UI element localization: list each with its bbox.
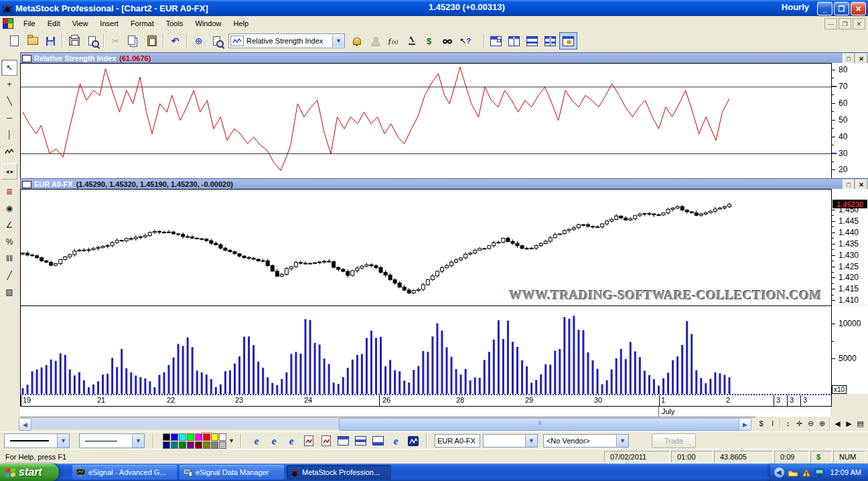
menu-tools[interactable]: Tools <box>160 17 190 29</box>
tool-fibonacci-lines[interactable]: ≣ <box>1 184 17 200</box>
scrollbar-right-arrow[interactable]: ▶ <box>739 418 751 431</box>
zoom-page-button[interactable] <box>208 32 226 50</box>
tool-trendline-up[interactable]: ╱ <box>1 267 17 283</box>
child-close-button[interactable]: ✕ <box>853 18 865 29</box>
downloader-2-button[interactable]: e <box>265 433 283 449</box>
taskbar-task-esignal[interactable]: eSignal - Advanced G... <box>72 465 177 480</box>
new-button[interactable] <box>5 32 23 50</box>
cascade-button[interactable] <box>487 32 505 50</box>
tile-horizontal-button[interactable] <box>523 32 541 50</box>
price-plot[interactable]: WWW.TRADING-SOFTWARE-COLLECTION.COM <box>20 189 832 306</box>
tray-alert-icon[interactable] <box>802 468 811 477</box>
chart-page-2-button[interactable] <box>317 433 335 449</box>
trade-button[interactable]: Trade <box>652 433 696 448</box>
menu-insert[interactable]: Insert <box>94 17 125 29</box>
chevron-down-icon[interactable]: ▼ <box>616 435 628 447</box>
layout-mid-button[interactable] <box>352 433 370 449</box>
panel-close-button[interactable]: ✕ <box>855 180 867 190</box>
tool-vertical-grid[interactable]: ‖‖ <box>1 251 17 267</box>
scroll-right-icon[interactable]: ▶ <box>843 418 855 429</box>
horizontal-scrollbar[interactable]: ◀ ▶ <box>19 418 751 429</box>
color-swatch[interactable] <box>211 433 218 441</box>
menu-format[interactable]: Format <box>125 17 160 29</box>
expand-vertical-icon[interactable]: ↕ <box>782 418 794 429</box>
save-button[interactable] <box>42 32 60 50</box>
explorer-button[interactable] <box>438 32 456 50</box>
tool-zigzag[interactable] <box>1 143 17 159</box>
start-button[interactable]: start <box>0 464 59 481</box>
color-swatch[interactable] <box>187 433 194 441</box>
alert-button[interactable] <box>348 32 366 50</box>
chevron-down-icon[interactable]: ▼ <box>525 435 537 447</box>
color-swatch[interactable] <box>203 441 210 449</box>
indicator-builder-button[interactable]: ƒ(x) <box>384 32 402 50</box>
tile-vertical-button[interactable] <box>505 32 523 50</box>
scroll-left-icon[interactable]: ◀ <box>832 418 843 429</box>
menu-view[interactable]: View <box>66 17 94 29</box>
layout-bottom-button[interactable] <box>370 433 387 449</box>
context-help-button[interactable]: ↖? <box>456 32 474 50</box>
color-swatch[interactable] <box>179 433 186 441</box>
tool-scroll-chart[interactable]: ◄► <box>1 163 17 180</box>
tool-hatch[interactable]: ▨ <box>1 284 17 300</box>
tool-gann-fan[interactable]: ∠ <box>1 217 17 233</box>
system-tester-button[interactable] <box>402 32 420 50</box>
tool-percent-lines[interactable]: % <box>1 234 17 250</box>
color-swatch[interactable] <box>179 441 186 449</box>
metastock-chart-button[interactable] <box>405 433 422 449</box>
restore-button[interactable]: ❐ <box>834 2 849 15</box>
downloader-3-button[interactable]: e <box>283 433 300 449</box>
taskbar-task-metastock[interactable]: MetaStock Profession... <box>287 465 391 480</box>
rsi-plot[interactable] <box>20 63 832 179</box>
scrollbar-thumb[interactable] <box>339 418 741 431</box>
tool-trendline-down[interactable]: ╲ <box>1 93 17 109</box>
color-swatch[interactable] <box>163 433 170 441</box>
tray-folder-icon[interactable] <box>788 468 798 477</box>
tool-crosshair[interactable]: + <box>1 76 17 92</box>
downloader-1-button[interactable]: e <box>248 433 265 449</box>
line-style-combo[interactable]: ▼ <box>4 433 70 448</box>
child-minimize-button[interactable]: — <box>824 18 837 29</box>
color-swatch[interactable] <box>171 441 178 449</box>
color-swatch[interactable] <box>187 441 194 449</box>
text-cursor-icon[interactable]: I <box>767 418 778 429</box>
tray-network-icon[interactable] <box>814 468 824 477</box>
color-swatch[interactable] <box>195 441 202 449</box>
color-swatch[interactable] <box>203 433 210 441</box>
chevron-down-icon[interactable]: ▼ <box>132 434 144 448</box>
zoom-out-icon[interactable]: ⊖ <box>805 418 816 429</box>
menu-help[interactable]: Help <box>228 17 255 29</box>
move-icon[interactable]: ✛ <box>794 418 805 429</box>
tool-vertical-line[interactable]: │ <box>1 127 17 143</box>
color-swatch[interactable] <box>211 441 218 449</box>
tray-chevron-icon[interactable]: ◀ <box>774 468 784 478</box>
menu-edit[interactable]: Edit <box>42 17 66 29</box>
line-weight-combo[interactable]: ▼ <box>79 433 145 448</box>
tile-grid-button[interactable] <box>541 32 559 50</box>
open-button[interactable] <box>23 32 42 50</box>
options-dollar-button[interactable]: $ <box>420 32 438 50</box>
color-swatch[interactable] <box>195 433 202 441</box>
expert-advisor-button[interactable] <box>366 32 384 50</box>
cut-button[interactable]: ✂ <box>106 32 125 50</box>
palette-dropdown-icon[interactable]: ▼ <box>228 437 234 444</box>
downloader-4-button[interactable]: e <box>387 433 405 449</box>
indicator-combo[interactable]: Relative Strength Index▼ <box>228 33 345 48</box>
symbol-field[interactable] <box>435 434 480 448</box>
copy-button[interactable] <box>125 32 143 50</box>
arrange-desktop-button[interactable] <box>559 32 577 50</box>
panel-maximize-button[interactable]: □ <box>843 180 855 190</box>
scrollbar-left-arrow[interactable]: ◀ <box>19 418 31 431</box>
chart-page-1-button[interactable] <box>300 433 317 449</box>
color-swatch[interactable] <box>219 441 226 449</box>
layout-top-button[interactable] <box>335 433 352 449</box>
undo-button[interactable]: ↶ <box>166 32 184 50</box>
child-restore-button[interactable]: ❐ <box>839 18 851 29</box>
color-swatch[interactable] <box>219 433 226 441</box>
symbol-combo[interactable]: ▼ <box>483 434 538 448</box>
volume-plot[interactable] <box>20 305 832 395</box>
close-button[interactable]: ✕ <box>851 2 866 15</box>
paste-button[interactable] <box>143 32 161 50</box>
print-button[interactable] <box>65 32 83 50</box>
chevron-down-icon[interactable]: ▼ <box>57 434 69 448</box>
